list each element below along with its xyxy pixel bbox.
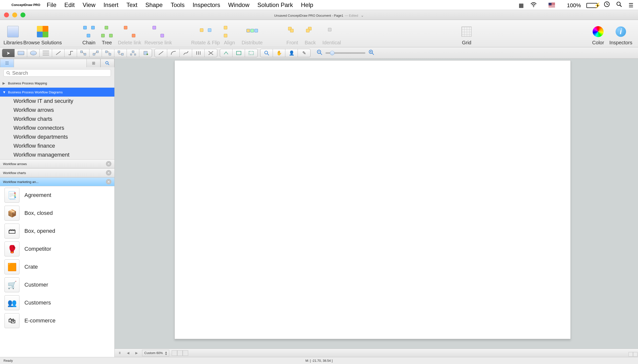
rect-tool[interactable] xyxy=(15,49,27,57)
close-icon[interactable]: ✕ xyxy=(106,170,111,176)
menu-view[interactable]: View xyxy=(83,2,96,8)
stencil-item[interactable]: 🗃Box, opened xyxy=(0,222,114,240)
menu-file[interactable]: File xyxy=(47,2,57,8)
connector-5[interactable] xyxy=(127,49,139,57)
line-tool-2[interactable] xyxy=(65,49,77,57)
library-item[interactable]: Workflow connectors xyxy=(0,124,114,132)
close-icon[interactable]: ✕ xyxy=(106,161,111,166)
stencil-item[interactable]: 👥Customers xyxy=(0,294,114,312)
library-search-input[interactable] xyxy=(4,69,111,77)
spotlight-icon[interactable] xyxy=(616,1,622,7)
libraries-button[interactable]: Libraries xyxy=(4,22,23,46)
menu-insert[interactable]: Insert xyxy=(103,2,118,8)
library-group-2[interactable]: ▼Business Process Workflow Diagrams xyxy=(0,88,114,96)
menu-shape[interactable]: Shape xyxy=(145,2,162,8)
library-item[interactable]: Workflow arrows xyxy=(0,106,114,114)
search-tab[interactable] xyxy=(100,59,114,67)
svg-line-9 xyxy=(83,52,84,54)
clock-icon[interactable] xyxy=(604,1,610,7)
corner-resize-icon[interactable] xyxy=(628,352,637,356)
zoom-select[interactable]: Custom 60% ▴▾ xyxy=(142,350,169,356)
arc-5[interactable] xyxy=(205,49,217,57)
connector-4[interactable] xyxy=(114,49,127,57)
arc-2[interactable] xyxy=(167,49,180,57)
open-library-section[interactable]: Workflow charts✕ xyxy=(0,168,114,177)
canvas-area[interactable]: ⏸ ◀ ▶ Custom 60% ▴▾ xyxy=(115,59,638,357)
library-item[interactable]: Workflow management xyxy=(0,150,114,159)
zoom-stepper[interactable]: ▴▾ xyxy=(165,351,167,355)
chain-button[interactable]: Chain xyxy=(80,22,98,46)
stencil-list[interactable]: 📑Agreement📦Box, closed🗃Box, opened🥊Compe… xyxy=(0,186,114,357)
library-group-1[interactable]: ▶Business Process Mapping xyxy=(0,79,114,88)
wifi-icon[interactable] xyxy=(530,2,537,7)
line-tool-1[interactable] xyxy=(52,49,65,57)
snap-2[interactable] xyxy=(232,49,245,57)
close-icon[interactable]: ✕ xyxy=(106,179,111,184)
menu-help[interactable]: Help xyxy=(301,2,313,8)
arc-3[interactable] xyxy=(180,49,192,57)
menu-edit[interactable]: Edit xyxy=(64,2,75,8)
drop-tool[interactable]: 👤 xyxy=(285,49,298,57)
menu-list-icon[interactable]: ☰ xyxy=(628,2,633,9)
connector-1[interactable] xyxy=(77,49,90,57)
menu-window[interactable]: Window xyxy=(228,2,249,8)
stencil-item[interactable]: 🛒Customer xyxy=(0,276,114,294)
library-item[interactable]: Workflow finance xyxy=(0,142,114,150)
menu-inspectors[interactable]: Inspectors xyxy=(193,2,220,8)
control-strip-icon[interactable]: ▦ xyxy=(519,2,524,9)
pencil-tool[interactable]: ✎ xyxy=(298,49,310,57)
svg-line-6 xyxy=(56,51,61,55)
tree-button[interactable]: Tree xyxy=(98,22,116,46)
page-layout-boxes[interactable] xyxy=(172,350,188,356)
ellipse-tool[interactable] xyxy=(27,49,40,57)
hand-tool[interactable]: ✋ xyxy=(273,49,285,57)
connector-3[interactable] xyxy=(102,49,114,57)
window-minimize-button[interactable] xyxy=(12,12,17,18)
window-zoom-button[interactable] xyxy=(21,12,26,18)
menu-text[interactable]: Text xyxy=(126,2,137,8)
snap-1[interactable] xyxy=(220,49,232,57)
zoom-button[interactable] xyxy=(260,49,273,57)
library-item[interactable]: Workflow departments xyxy=(0,132,114,142)
zoom-out-icon[interactable] xyxy=(316,49,323,57)
open-library-section[interactable]: Workflow arrows✕ xyxy=(0,159,114,168)
stencil-item[interactable]: 🥊Competitor xyxy=(0,240,114,258)
battery-status[interactable]: 100%⚡ xyxy=(561,2,597,9)
chevron-down-icon[interactable]: ⌄ xyxy=(361,13,364,18)
menu-solution-park[interactable]: Solution Park xyxy=(257,2,293,8)
arc-1[interactable] xyxy=(155,49,167,57)
select-tool[interactable]: ➤ xyxy=(2,49,15,57)
grid-button[interactable]: Grid xyxy=(458,22,476,46)
pause-icon[interactable]: ⏸ xyxy=(117,351,123,355)
zoom-in-icon[interactable] xyxy=(368,49,374,57)
library-item[interactable]: Workflow IT and security xyxy=(0,96,114,106)
arc-4[interactable] xyxy=(192,49,205,57)
inspectors-button[interactable]: iInspectors xyxy=(607,22,634,46)
stencil-item[interactable]: 📦Box, closed xyxy=(0,204,114,222)
next-page-button[interactable]: ▶ xyxy=(134,351,140,355)
window-close-button[interactable] xyxy=(4,12,9,18)
prev-page-button[interactable]: ◀ xyxy=(125,351,131,355)
text-tool[interactable] xyxy=(40,49,52,57)
browse-solutions-button[interactable]: Browse Solutions xyxy=(23,22,63,46)
stencil-label: Crate xyxy=(25,264,38,270)
zoom-slider[interactable] xyxy=(326,52,365,54)
flag-icon[interactable] xyxy=(543,3,555,7)
stencil-item[interactable]: 📑Agreement xyxy=(0,186,114,204)
grid-view-tab[interactable]: ⊞ xyxy=(87,59,100,67)
library-item[interactable]: Workflow charts xyxy=(0,114,114,124)
connector-2[interactable] xyxy=(90,49,102,57)
libraries-tab[interactable]: ☷ xyxy=(0,59,14,67)
page-canvas[interactable] xyxy=(174,60,571,339)
open-library-section[interactable]: Workflow marketing an...✕ xyxy=(0,177,114,186)
document-title[interactable]: Unsaved ConceptDraw PRO Document - Page1… xyxy=(274,12,364,18)
menu-tools[interactable]: Tools xyxy=(171,2,185,8)
stencil-label: Customers xyxy=(25,300,51,306)
snap-3[interactable] xyxy=(245,49,257,57)
app-name[interactable]: ConceptDraw PRO xyxy=(12,3,40,7)
arc-tools xyxy=(155,49,217,57)
stamp-tool[interactable] xyxy=(139,49,152,57)
stencil-item[interactable]: 🛍E-commerce xyxy=(0,312,114,330)
stencil-item[interactable]: 🟧Crate xyxy=(0,258,114,276)
color-button[interactable]: Color xyxy=(589,22,607,46)
